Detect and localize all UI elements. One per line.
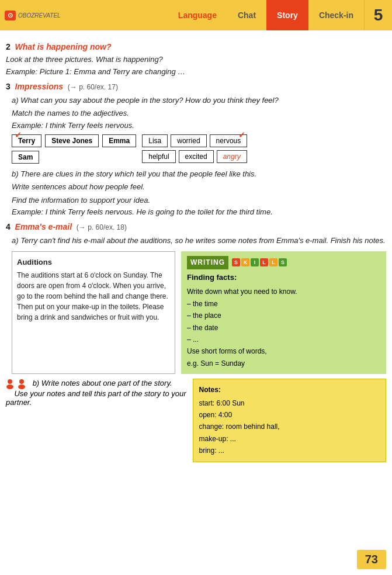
adj-angry[interactable]: angry xyxy=(217,150,247,163)
section-2-heading: 2 What is happening now? xyxy=(6,42,386,51)
section-3b-instruction2: Write sentences about how people feel. xyxy=(12,181,386,193)
adj-nervous[interactable]: nervous xyxy=(210,134,248,147)
logo-text: OBOZREVATEL xyxy=(18,12,61,19)
adj-helpful[interactable]: helpful xyxy=(142,150,175,163)
section-4a: a) Terry can't find his e-mail about the… xyxy=(12,235,386,374)
unit-number: 5 xyxy=(364,0,392,30)
section-2-num: 2 xyxy=(6,42,11,51)
notes-line-5: bring: ... xyxy=(199,445,380,456)
auditions-box: Auditions The auditions start at 6 o'clo… xyxy=(12,251,175,375)
skill-dot-i: I xyxy=(251,258,259,266)
section-4b-left: b) Write notes about one part of the sto… xyxy=(6,379,187,462)
section-2-example: Example: Picture 1: Emma and Terry are c… xyxy=(6,67,386,76)
adj-lisa[interactable]: Lisa xyxy=(142,134,168,147)
section-4-ref: (→ p. 60/ex. 18) xyxy=(77,223,127,231)
notes-box: Notes: start: 6:00 Sun open: 4:00 change… xyxy=(193,379,387,462)
svg-point-1 xyxy=(6,385,13,389)
notes-line-3: change: room behind hall, xyxy=(199,421,380,432)
partner-icon-1 xyxy=(6,379,16,389)
name-tags-row2: Sam xyxy=(12,151,136,164)
adj-tags-area: Lisa worried nervous helpful excited ang… xyxy=(142,134,247,163)
section-4b-instruction2: Use your notes and tell this part of the… xyxy=(6,389,186,407)
section-3a-example: Example: I think Terry feels nervous. xyxy=(12,121,386,130)
section-3b-instruction1: b) There are clues in the story which te… xyxy=(12,168,386,180)
page-header: ⊙ OBOZREVATEL Language Chat Story Check-… xyxy=(0,0,392,30)
notes-line-4: make-up: ... xyxy=(199,433,380,445)
tab-chat[interactable]: Chat xyxy=(227,0,266,30)
section-3a-instruction2: Match the names to the adjectives. xyxy=(12,108,386,119)
skill-dot-l: L xyxy=(260,258,268,266)
section-3b-instruction3: Find the information to support your ide… xyxy=(12,195,386,206)
adj-row2: helpful excited angry xyxy=(142,150,247,163)
name-tag-terry[interactable]: ✓ Terry xyxy=(12,134,41,147)
auditions-title: Auditions xyxy=(17,257,170,268)
section-3a-instruction1: a) What can you say about the people in … xyxy=(12,95,386,106)
section-4-heading: 4 Emma's e-mail (→ p. 60/ex. 18) xyxy=(6,222,386,231)
name-tags-area: ✓ Terry Steve Jones Emma Sam xyxy=(12,134,136,164)
name-tag-stevejones[interactable]: Steve Jones xyxy=(45,134,99,147)
adj-excited[interactable]: excited xyxy=(179,150,214,163)
writing-finding-facts: Finding facts: xyxy=(187,272,380,284)
skill-dot-s2: S xyxy=(279,258,287,266)
section-4-num: 4 xyxy=(6,222,11,231)
nav-tabs: Language Chat Story Check-in 5 xyxy=(65,0,392,30)
name-tag-emma[interactable]: Emma xyxy=(102,134,136,147)
skills-dots: S K I L L S xyxy=(232,258,287,266)
tab-language[interactable]: Language xyxy=(168,0,227,30)
section-4-title: Emma's e-mail xyxy=(15,222,72,231)
section-4: 4 Emma's e-mail (→ p. 60/ex. 18) a) Terr… xyxy=(6,222,386,462)
section-3: 3 Impressions (→ p. 60/ex. 17) a) What c… xyxy=(6,82,386,217)
oboz-logo: ⊙ xyxy=(5,11,16,20)
adj-row1: Lisa worried nervous xyxy=(142,134,247,147)
notes-line-2: open: 4:00 xyxy=(199,409,380,421)
page-number-bottom: 73 xyxy=(357,550,386,569)
tab-story[interactable]: Story xyxy=(266,0,308,30)
writing-body: Write down what you need to know. – the … xyxy=(187,286,380,369)
tab-checkin[interactable]: Check-in xyxy=(308,0,364,30)
section-4a-instruction: a) Terry can't find his e-mail about the… xyxy=(12,235,386,247)
name-tags-row1: ✓ Terry Steve Jones Emma xyxy=(12,134,136,147)
writing-box-header: WRITING S K I L L S xyxy=(187,256,380,269)
writing-label: WRITING xyxy=(187,256,228,269)
section-3-ref: (→ p. 60/ex. 17) xyxy=(68,83,118,91)
adj-worried[interactable]: worried xyxy=(171,134,206,147)
section-3b: b) There are clues in the story which te… xyxy=(12,168,386,217)
svg-point-3 xyxy=(18,385,25,389)
writing-skills-box: WRITING S K I L L S Finding facts: Write… xyxy=(181,251,386,375)
section-3-num: 3 xyxy=(6,82,11,91)
section-2-title: What is happening now? xyxy=(15,42,112,51)
section-3b-example: Example: I think Terry feels nervous. He… xyxy=(12,207,386,216)
logo-area: ⊙ OBOZREVATEL xyxy=(0,0,65,30)
section-4b-instruction1: b) Write notes about one part of the sto… xyxy=(33,379,172,388)
notes-line-1: start: 6:00 Sun xyxy=(199,397,380,409)
notes-title: Notes: xyxy=(199,384,380,396)
main-content: 2 What is happening now? Look at the thr… xyxy=(0,30,392,470)
svg-point-2 xyxy=(19,379,24,384)
skill-dot-l2: L xyxy=(269,258,277,266)
skill-dot-k: K xyxy=(241,258,249,266)
text-box-area: Auditions The auditions start at 6 o'clo… xyxy=(12,251,386,375)
section-3a: a) What can you say about the people in … xyxy=(12,95,386,164)
section-3-heading: 3 Impressions (→ p. 60/ex. 17) xyxy=(6,82,386,91)
name-tag-sam[interactable]: Sam xyxy=(12,151,39,164)
section-4b: b) Write notes about one part of the sto… xyxy=(6,379,386,462)
auditions-text: The auditions start at 6 o'clock on Sund… xyxy=(17,270,170,323)
svg-point-0 xyxy=(8,379,12,384)
skill-dot-s: S xyxy=(232,258,240,266)
partner-icon-2 xyxy=(18,379,28,389)
section-3-title: Impressions xyxy=(15,82,63,91)
check-terry: ✓ xyxy=(15,130,22,140)
section-2-instruction: Look at the three pictures. What is happ… xyxy=(6,54,386,65)
partner-icons xyxy=(6,379,28,389)
section-2: 2 What is happening now? Look at the thr… xyxy=(6,42,386,76)
tags-area: ✓ Terry Steve Jones Emma Sam Lisa worrie… xyxy=(12,134,386,164)
